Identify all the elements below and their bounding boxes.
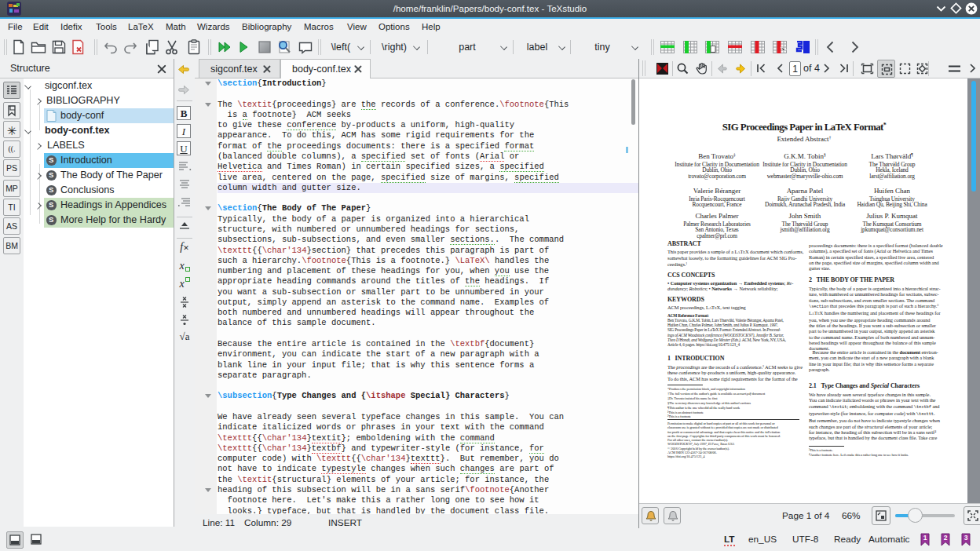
- svg-text:3: 3: [964, 534, 968, 542]
- svg-text:2: 2: [944, 534, 948, 542]
- svg-text:1: 1: [923, 534, 927, 542]
